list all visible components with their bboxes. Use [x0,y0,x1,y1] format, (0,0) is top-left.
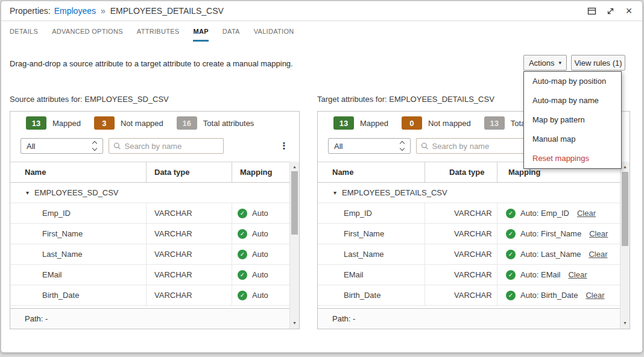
mapped-check-icon: ✓ [506,250,516,259]
attribute-mapping: ✓ Auto [232,244,289,264]
maximize-icon[interactable] [605,6,615,16]
mapped-label: Mapped [52,119,81,128]
collapse-caret-icon[interactable]: ▾ [26,189,29,196]
column-header-name[interactable]: Name [318,162,425,182]
column-header-name[interactable]: Name [10,162,147,182]
vertical-scrollbar[interactable]: ▲ ▼ [289,162,299,329]
title-bar: Properties: Employees » EMPLOYEES_DETAIL… [1,1,642,21]
view-rules-button[interactable]: View rules (1) [571,55,625,71]
source-panel-heading: Source attributes for: EMPLOYEES_SD_CSV [10,95,169,104]
total-label: Total attributes [203,119,254,128]
target-panel-heading: Target attributes for: EMPLOYEES_DETAILS… [317,95,494,104]
scrollbar-thumb[interactable] [622,172,628,246]
page-title: Properties: Employees » EMPLOYEES_DETAIL… [10,6,224,16]
table-row[interactable]: EMail VARCHAR ✓ Auto: EMail Clear [318,265,620,285]
search-input[interactable] [432,142,526,151]
vertical-scrollbar[interactable]: ▲ ▼ [620,162,630,329]
attribute-mapping: ✓ Auto: First_Name Clear [497,224,620,244]
mapped-check-icon: ✓ [506,209,516,218]
attribute-data-type: VARCHAR [425,224,497,244]
attribute-mapping: ✓ Auto [232,265,289,285]
mapped-check-icon: ✓ [238,270,247,280]
menu-item-manual-map[interactable]: Manual map [524,130,621,149]
mapped-check-icon: ✓ [238,209,247,218]
clear-mapping-link[interactable]: Clear [586,291,604,300]
source-attributes-panel: 13 Mapped 3 Not mapped 16 Total attribut… [10,111,300,329]
attribute-mapping: ✓ Auto: Birth_Date Clear [497,285,620,305]
title-object-name: EMPLOYEES_DETAILS_CSV [110,6,224,16]
table-row[interactable]: EMail VARCHAR ✓ Auto [10,265,289,285]
title-prefix: Properties: [10,6,51,16]
scroll-up-icon[interactable]: ▲ [620,165,630,169]
column-header-data-type[interactable]: Data type [147,162,232,182]
tab-map[interactable]: MAP [193,28,208,42]
filter-select[interactable]: All [328,138,411,154]
scroll-down-icon[interactable]: ▼ [620,321,630,325]
tab-bar: DETAILS ADVANCED OPTIONS ATTRIBUTES MAP … [1,21,642,42]
attribute-name: Last_Name [10,244,147,264]
tab-advanced-options[interactable]: ADVANCED OPTIONS [52,28,123,42]
table-row[interactable]: Emp_ID VARCHAR ✓ Auto [10,203,289,224]
scroll-up-icon[interactable]: ▲ [290,165,299,169]
close-icon[interactable]: × [624,6,634,16]
select-spinner-icon [93,142,97,150]
menu-item-automap-by-position[interactable]: Auto-map by position [524,72,621,91]
scrollbar-thumb[interactable] [291,171,298,235]
tab-attributes[interactable]: ATTRIBUTES [137,28,180,42]
actions-button[interactable]: Actions ▾ [523,55,567,71]
column-header-data-type[interactable]: Data type [425,162,497,182]
table-group-row[interactable]: ▾ EMPLOYEES_DETAILS_CSV [318,183,620,203]
path-footer: Path: - [10,308,289,329]
attribute-mapping: ✓ Auto [232,285,289,305]
table-row[interactable]: Birth_Date VARCHAR ✓ Auto: Birth_Date Cl… [318,285,620,306]
attribute-name: EMail [10,265,147,285]
kebab-menu-icon[interactable]: ⋮ [277,138,291,154]
column-header-mapping[interactable]: Mapping [232,162,289,182]
attribute-name: Last_Name [318,244,425,264]
breadcrumb-link[interactable]: Employees [54,6,96,16]
search-box [416,138,531,154]
mapped-check-icon: ✓ [238,229,247,239]
total-count-badge: 16 [177,116,197,130]
mapped-check-icon: ✓ [238,291,247,300]
table-group-row[interactable]: ▾ EMPLOYEES_SD_CSV [10,183,289,203]
clear-mapping-link[interactable]: Clear [589,250,607,259]
properties-dialog: Properties: Employees » EMPLOYEES_DETAIL… [1,1,643,353]
attribute-mapping: ✓ Auto: Last_Name Clear [497,244,620,264]
menu-item-reset-mappings[interactable]: Reset mappings [524,149,621,168]
clear-mapping-link[interactable]: Clear [568,270,587,279]
attribute-name: Birth_Date [318,285,425,305]
table-row[interactable]: Last_Name VARCHAR ✓ Auto [10,244,289,265]
tab-details[interactable]: DETAILS [10,28,38,42]
actions-menu: Auto-map by position Auto-map by name Ma… [523,71,622,169]
filter-select[interactable]: All [21,138,103,154]
attribute-data-type: VARCHAR [425,203,497,223]
attribute-data-type: VARCHAR [425,285,497,305]
collapse-caret-icon[interactable]: ▾ [333,189,336,196]
attribute-data-type: VARCHAR [147,224,232,244]
source-filter-row: All ⋮ [21,138,292,154]
clear-mapping-link[interactable]: Clear [577,209,596,218]
search-icon [421,142,429,150]
not-mapped-label: Not mapped [121,119,163,128]
attribute-name: First_Name [10,224,147,244]
table-row[interactable]: First_Name VARCHAR ✓ Auto [10,224,289,244]
table-row[interactable]: Birth_Date VARCHAR ✓ Auto [10,285,289,306]
dock-pane-icon[interactable] [587,6,596,16]
table-row[interactable]: First_Name VARCHAR ✓ Auto: First_Name Cl… [318,224,620,244]
tab-data[interactable]: DATA [223,28,240,42]
attribute-mapping: ✓ Auto [232,224,289,244]
tab-validation[interactable]: VALIDATION [254,28,294,42]
attribute-name: Birth_Date [10,285,147,305]
search-box [109,138,224,154]
menu-item-automap-by-name[interactable]: Auto-map by name [524,91,621,110]
scroll-down-icon[interactable]: ▼ [290,321,299,325]
path-footer: Path: - [318,308,620,329]
search-input[interactable] [125,142,219,151]
attribute-data-type: VARCHAR [147,244,232,264]
not-mapped-label: Not mapped [428,119,471,128]
menu-item-map-by-pattern[interactable]: Map by pattern [524,110,621,130]
table-row[interactable]: Emp_ID VARCHAR ✓ Auto: Emp_ID Clear [318,203,620,224]
table-row[interactable]: Last_Name VARCHAR ✓ Auto: Last_Name Clea… [318,244,620,265]
clear-mapping-link[interactable]: Clear [589,229,608,238]
